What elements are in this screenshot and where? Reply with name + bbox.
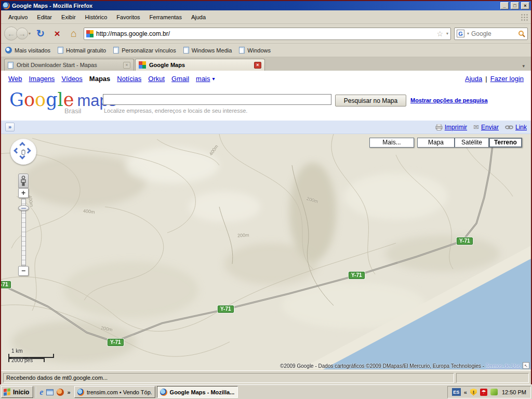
reload-button[interactable]: ↻ — [34, 28, 47, 39]
satellite-type-button[interactable]: Satélite — [455, 138, 489, 148]
tray-app-icon[interactable] — [490, 389, 498, 395]
tab-orbit-downloader[interactable]: Orbit Downloader Start - Mapas × — [4, 59, 134, 71]
pan-up-icon[interactable] — [19, 142, 25, 148]
task-trensim[interactable]: trensim.com • Vendo Tóp... — [74, 386, 155, 398]
stop-button[interactable]: × — [50, 28, 64, 39]
link-videos[interactable]: Vídeos — [61, 75, 82, 83]
more-button[interactable]: Mais... — [369, 138, 414, 148]
expand-panel-icon[interactable]: » — [5, 123, 15, 131]
link-mais[interactable]: mais — [196, 75, 210, 83]
minimize-button[interactable]: _ — [500, 2, 509, 9]
link-ajuda[interactable]: Ajuda — [465, 75, 482, 83]
task-google-maps[interactable]: Google Maps - Mozilla... — [157, 386, 238, 398]
history-dropdown-icon[interactable]: ▾ — [29, 31, 31, 36]
url-input[interactable] — [96, 30, 434, 37]
pegman-icon — [20, 176, 26, 186]
search-options-link[interactable]: Mostrar opções de pesquisa — [410, 97, 488, 103]
zoom-slider-handle[interactable] — [18, 205, 29, 211]
web-search-input[interactable] — [471, 30, 516, 37]
search-hint: Localize empresas, endereços e locais de… — [104, 108, 247, 114]
search-bar[interactable]: G ▾ — [454, 28, 528, 40]
menu-ferramentas[interactable]: Ferramentas — [145, 12, 186, 22]
antivirus-icon[interactable]: ☂ — [480, 389, 487, 396]
page-icon — [113, 47, 119, 54]
magnifier-icon[interactable] — [518, 30, 525, 37]
internet-explorer-icon[interactable]: e — [39, 388, 43, 397]
menu-historico[interactable]: Histórico — [81, 12, 112, 22]
road-marker: Y-71 — [218, 305, 234, 313]
forward-button[interactable]: → — [16, 28, 28, 39]
menu-editar[interactable]: Editar — [33, 12, 56, 22]
road-marker: Y-71 — [108, 339, 124, 346]
security-alert-icon[interactable]: ! — [470, 389, 477, 396]
home-button[interactable]: ⌂ — [67, 28, 81, 39]
maximize-button[interactable]: □ — [511, 2, 519, 9]
page-icon — [8, 62, 14, 69]
tab-strip: Orbit Downloader Start - Mapas × Google … — [1, 57, 531, 71]
menu-favoritos[interactable]: Favoritos — [112, 12, 144, 22]
list-all-tabs-icon[interactable]: ▾ — [519, 61, 528, 71]
pan-left-icon[interactable] — [14, 148, 19, 153]
mais-dropdown-icon[interactable]: ▾ — [212, 76, 215, 82]
bookmark-hotmail[interactable]: Hotmail gratuito — [58, 47, 106, 54]
logo-country-label: Brasil — [64, 107, 82, 115]
menu-bar: Arquivo Editar Exibir Histórico Favorito… — [1, 10, 531, 24]
search-map-button[interactable]: Pesquisar no Mapa — [335, 95, 406, 107]
start-button[interactable]: Inicio — [1, 386, 33, 398]
close-button[interactable]: × — [521, 2, 529, 9]
google-search-engine-icon[interactable]: G — [457, 30, 464, 37]
link-link[interactable]: Link — [505, 124, 527, 131]
page-icon — [239, 47, 245, 54]
link-noticias[interactable]: Notícias — [117, 75, 141, 83]
link-orkut[interactable]: Orkut — [148, 75, 165, 83]
bookmark-windows[interactable]: Windows — [239, 47, 271, 54]
print-link[interactable]: Imprimir — [435, 124, 467, 131]
logo-letter: g — [46, 89, 57, 110]
toolbar-grip-icon — [521, 14, 528, 21]
page-icon — [183, 47, 189, 54]
link-fazer-login[interactable]: Fazer login — [490, 75, 524, 83]
terms-of-use-link[interactable]: Termos de Uso — [486, 363, 521, 369]
street-view-pegman[interactable] — [18, 174, 29, 188]
map-search-input[interactable] — [103, 94, 331, 105]
pan-hand-icon[interactable] — [19, 148, 28, 156]
page-icon — [58, 47, 63, 54]
map-type-button[interactable]: Mapa — [417, 138, 455, 148]
link-imagens[interactable]: Imagens — [29, 75, 55, 83]
map-canvas[interactable]: 400m 400m 400m 200m 200m 200m Y-71 Y-71 … — [1, 134, 531, 370]
address-bar[interactable]: ☆ ▾ — [84, 28, 451, 40]
send-link[interactable]: ✉ Enviar — [473, 123, 499, 131]
zoom-out-button[interactable]: − — [18, 266, 29, 276]
tab-google-maps[interactable]: Google Maps × — [135, 59, 265, 71]
tab-close-icon[interactable]: × — [123, 62, 130, 69]
navigation-toolbar: ← → ▾ ↻ × ⌂ ☆ ▾ G ▾ — [1, 24, 531, 44]
contour-label: 200m — [237, 232, 249, 238]
url-dropdown-icon[interactable]: ▾ — [446, 31, 448, 36]
logo-letter: G — [9, 89, 24, 110]
engine-dropdown-icon[interactable]: ▾ — [467, 31, 469, 36]
link-web[interactable]: Web — [8, 75, 22, 83]
bookmark-windows-media[interactable]: Windows Media — [183, 47, 232, 54]
system-tray: ES « ! ☂ 12:50 PM — [447, 386, 531, 398]
language-indicator[interactable]: ES — [452, 388, 461, 396]
menu-arquivo[interactable]: Arquivo — [4, 12, 32, 22]
bookmark-mais-visitados[interactable]: Mais visitados — [5, 47, 50, 54]
menu-ajuda[interactable]: Ajuda — [187, 12, 210, 22]
pan-control[interactable] — [10, 139, 36, 165]
google-header: Web Imagens Vídeos Mapas Notícias Orkut … — [1, 71, 531, 86]
bookmark-star-icon[interactable]: ☆ — [436, 30, 443, 38]
quick-launch-app-icon[interactable] — [57, 389, 64, 396]
firefox-icon — [160, 389, 167, 396]
menu-exibir[interactable]: Exibir — [57, 12, 80, 22]
printer-icon — [435, 124, 443, 130]
link-gmail[interactable]: Gmail — [171, 75, 189, 83]
terrain-type-button[interactable]: Terreno — [489, 138, 522, 148]
browser-window: Google Maps - Mozilla Firefox _ □ × Arqu… — [0, 0, 532, 384]
zoom-in-button[interactable]: + — [18, 188, 29, 198]
show-desktop-icon[interactable] — [46, 389, 54, 395]
map-corner-arrow-icon[interactable]: ↖ — [523, 362, 529, 369]
bookmark-personalizar[interactable]: Personalizar vínculos — [113, 47, 176, 54]
quick-launch-more-icon[interactable]: » — [67, 389, 70, 395]
tray-collapse-icon[interactable]: « — [464, 389, 467, 395]
tab-close-icon[interactable]: × — [254, 62, 261, 69]
